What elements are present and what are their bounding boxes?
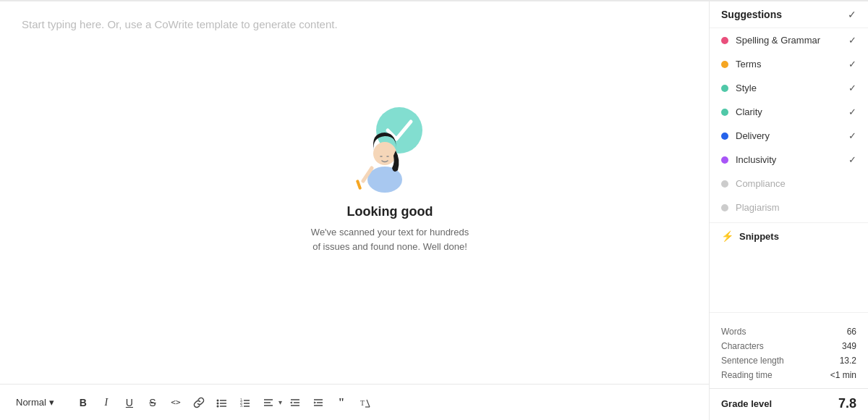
indent-decrease-button[interactable] bbox=[285, 392, 305, 413]
characters-label: Characters bbox=[721, 341, 764, 351]
indent-decrease-icon bbox=[289, 397, 301, 408]
illustration-figure bbox=[350, 101, 430, 196]
suggestion-item-inclusivity[interactable]: Inclusivity✓ bbox=[710, 148, 868, 172]
svg-point-11 bbox=[216, 405, 218, 407]
reading-time-label: Reading time bbox=[721, 370, 773, 380]
sentence-length-value: 13.2 bbox=[840, 356, 856, 366]
indent-increase-button[interactable] bbox=[308, 392, 328, 413]
suggestions-list: Spelling & Grammar✓Terms✓Style✓Clarity✓D… bbox=[710, 28, 868, 219]
reading-time-stat-row: Reading time <1 min bbox=[721, 368, 856, 382]
style-check: ✓ bbox=[848, 83, 856, 93]
delivery-dot bbox=[721, 133, 728, 140]
ordered-list-icon: 1. 2. 3. bbox=[239, 397, 251, 408]
style-label: Normal bbox=[16, 397, 46, 408]
editor-content[interactable]: Start typing here. Or, use a CoWrite tem… bbox=[0, 1, 709, 384]
suggestions-title: Suggestions bbox=[721, 9, 782, 20]
suggestion-item-style[interactable]: Style✓ bbox=[710, 76, 868, 100]
snippets-section[interactable]: ⚡ Snippets bbox=[710, 222, 868, 249]
editor-area: Start typing here. Or, use a CoWrite tem… bbox=[0, 1, 709, 420]
grade-level-label: Grade level bbox=[721, 398, 772, 409]
words-label: Words bbox=[721, 327, 746, 337]
character-illustration bbox=[350, 101, 430, 196]
suggestion-item-clarity[interactable]: Clarity✓ bbox=[710, 100, 868, 124]
terms-dot bbox=[721, 61, 728, 68]
ordered-list-button[interactable]: 1. 2. 3. bbox=[235, 392, 255, 413]
compliance-label: Compliance bbox=[736, 178, 786, 189]
editor-placeholder: Start typing here. Or, use a CoWrite tem… bbox=[22, 16, 687, 33]
snippets-label: Snippets bbox=[739, 231, 779, 242]
plagiarism-dot bbox=[721, 204, 728, 211]
bullet-list-icon bbox=[216, 397, 228, 408]
looking-good-title: Looking good bbox=[347, 204, 433, 219]
clarity-check: ✓ bbox=[848, 106, 856, 117]
delivery-label: Delivery bbox=[736, 130, 770, 141]
main-layout: Start typing here. Or, use a CoWrite tem… bbox=[0, 1, 868, 420]
illustration-area: Looking good We've scanned your text for… bbox=[310, 101, 469, 253]
characters-value: 349 bbox=[842, 341, 856, 351]
bullet-list-button[interactable] bbox=[212, 392, 232, 413]
inclusivity-dot bbox=[721, 156, 728, 164]
svg-text:T: T bbox=[360, 399, 365, 407]
clarity-label: Clarity bbox=[736, 106, 762, 117]
inclusivity-label: Inclusivity bbox=[736, 154, 776, 165]
align-chevron: ▾ bbox=[278, 398, 282, 406]
indent-increase-icon bbox=[312, 397, 324, 408]
quote-button[interactable]: " bbox=[331, 392, 352, 413]
spelling-grammar-label: Spelling & Grammar bbox=[736, 35, 820, 46]
sentence-length-label: Sentence length bbox=[721, 356, 784, 366]
grade-level-row: Grade level 7.8 bbox=[710, 388, 868, 420]
clear-format-icon: T bbox=[359, 397, 370, 408]
reading-time-value: <1 min bbox=[830, 370, 856, 380]
sentence-length-stat-row: Sentence length 13.2 bbox=[721, 353, 856, 368]
style-select[interactable]: Normal ▾ bbox=[12, 394, 59, 411]
terms-check: ✓ bbox=[848, 59, 856, 70]
stats-section: Words 66 Characters 349 Sentence length … bbox=[710, 312, 868, 388]
suggestion-item-compliance[interactable]: Compliance bbox=[710, 172, 868, 196]
right-sidebar: Suggestions ✓ Spelling & Grammar✓Terms✓S… bbox=[709, 1, 868, 420]
delivery-check: ✓ bbox=[848, 130, 856, 141]
style-dot bbox=[721, 85, 728, 92]
svg-rect-4 bbox=[356, 180, 362, 190]
spelling-grammar-dot bbox=[721, 37, 728, 44]
align-icon bbox=[263, 397, 274, 408]
code-button[interactable]: <> bbox=[166, 392, 186, 413]
chevron-down-icon: ▾ bbox=[49, 397, 54, 408]
plagiarism-label: Plagiarism bbox=[736, 202, 780, 213]
words-stat-row: Words 66 bbox=[721, 324, 856, 339]
looking-good-description: We've scanned your text for hundreds of … bbox=[310, 225, 469, 253]
terms-label: Terms bbox=[736, 59, 761, 70]
suggestions-header: Suggestions ✓ bbox=[710, 1, 868, 28]
spelling-grammar-check: ✓ bbox=[848, 35, 856, 46]
suggestion-item-terms[interactable]: Terms✓ bbox=[710, 52, 868, 76]
align-button[interactable] bbox=[258, 392, 278, 413]
clear-formatting-button[interactable]: T bbox=[354, 392, 375, 413]
strikethrough-button[interactable]: S bbox=[142, 392, 163, 413]
link-icon bbox=[193, 397, 205, 408]
suggestion-item-delivery[interactable]: Delivery✓ bbox=[710, 124, 868, 148]
words-value: 66 bbox=[847, 327, 856, 337]
svg-point-7 bbox=[216, 399, 218, 401]
bold-button[interactable]: B bbox=[73, 392, 93, 413]
clarity-dot bbox=[721, 109, 728, 116]
characters-stat-row: Characters 349 bbox=[721, 339, 856, 353]
compliance-dot bbox=[721, 180, 728, 188]
svg-text:3.: 3. bbox=[240, 403, 243, 408]
suggestion-item-plagiarism[interactable]: Plagiarism bbox=[710, 196, 868, 219]
bottom-toolbar: Normal ▾ B I U S <> bbox=[0, 384, 709, 420]
lightning-icon: ⚡ bbox=[721, 230, 733, 242]
style-label: Style bbox=[736, 83, 757, 93]
svg-line-29 bbox=[367, 400, 370, 407]
svg-point-9 bbox=[216, 402, 218, 404]
link-button[interactable] bbox=[189, 392, 209, 413]
grade-level-value: 7.8 bbox=[838, 396, 856, 411]
italic-button[interactable]: I bbox=[96, 392, 116, 413]
inclusivity-check: ✓ bbox=[848, 154, 856, 165]
underline-button[interactable]: U bbox=[119, 392, 140, 413]
suggestions-check-icon: ✓ bbox=[848, 9, 856, 20]
suggestion-item-spelling-grammar[interactable]: Spelling & Grammar✓ bbox=[710, 28, 868, 52]
